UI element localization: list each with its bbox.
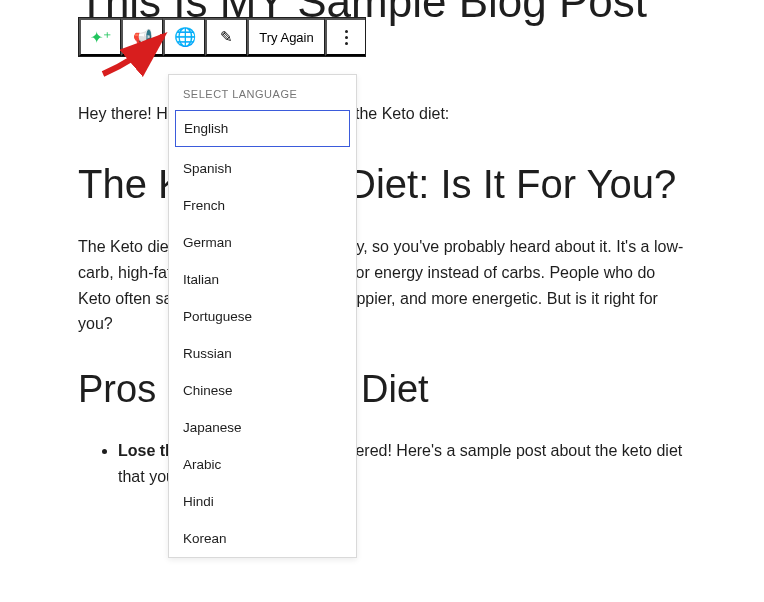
megaphone-icon: 📢 — [133, 28, 153, 47]
dropdown-header: SELECT LANGUAGE — [169, 75, 356, 110]
dropdown-item-arabic[interactable]: Arabic — [169, 446, 356, 483]
dropdown-item-russian[interactable]: Russian — [169, 335, 356, 372]
announce-button[interactable]: 📢 — [121, 18, 163, 56]
vertical-dots-icon — [345, 30, 348, 45]
block-toolbar: ✦⁺ 📢 🌐 ✎ Try Again — [78, 17, 366, 57]
dropdown-item-english[interactable]: English — [175, 110, 350, 147]
dropdown-item-korean[interactable]: Korean — [169, 520, 356, 557]
dropdown-item-hindi[interactable]: Hindi — [169, 483, 356, 520]
more-options-button[interactable] — [325, 18, 365, 56]
dropdown-item-italian[interactable]: Italian — [169, 261, 356, 298]
list-item-bold: Lose th — [118, 442, 175, 459]
language-button[interactable]: 🌐 — [163, 18, 205, 56]
dropdown-item-portuguese[interactable]: Portuguese — [169, 298, 356, 335]
try-again-button[interactable]: Try Again — [247, 18, 325, 56]
sparkle-icon: ✦⁺ — [90, 28, 111, 47]
dropdown-item-spanish[interactable]: Spanish — [169, 150, 356, 187]
dropdown-item-german[interactable]: German — [169, 224, 356, 261]
dropdown-item-japanese[interactable]: Japanese — [169, 409, 356, 446]
globe-icon: 🌐 — [174, 26, 196, 48]
dropdown-item-chinese[interactable]: Chinese — [169, 372, 356, 409]
dropdown-item-french[interactable]: French — [169, 187, 356, 224]
edit-button[interactable]: ✎ — [205, 18, 247, 56]
pencil-icon: ✎ — [220, 28, 233, 46]
language-dropdown: SELECT LANGUAGE English Spanish French G… — [168, 74, 357, 558]
ai-sparkle-button[interactable]: ✦⁺ — [79, 18, 121, 56]
